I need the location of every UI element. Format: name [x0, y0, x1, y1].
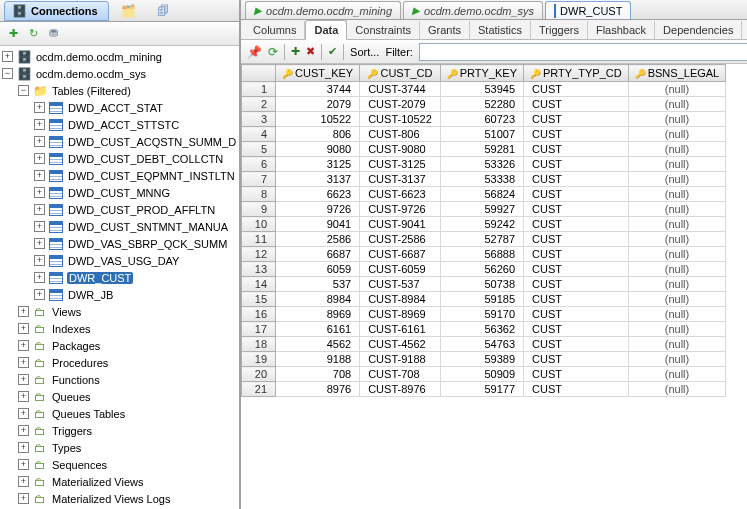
row-number-cell[interactable]: 6 [242, 157, 276, 172]
expand-toggle[interactable]: + [18, 476, 29, 487]
cell[interactable]: CUST [524, 172, 629, 187]
cell[interactable]: CUST [524, 127, 629, 142]
column-header[interactable]: 🔑PRTY_KEY [440, 65, 523, 82]
table-row[interactable]: 59080CUST-908059281CUST(null) [242, 142, 726, 157]
expand-toggle[interactable]: + [34, 153, 45, 164]
tables-folder[interactable]: −Tables (Filtered) [2, 82, 237, 99]
sub-tab[interactable]: Statistics [470, 21, 531, 39]
tab-other-2[interactable]: 🗐 [149, 1, 177, 21]
cell[interactable]: 60723 [440, 112, 523, 127]
cell[interactable]: 2586 [276, 232, 360, 247]
sub-tab[interactable]: Dependencies [655, 21, 742, 39]
schema-folder[interactable]: +🗀Queues Tables [2, 405, 237, 422]
cell[interactable]: (null) [628, 97, 726, 112]
cell[interactable]: CUST-6161 [360, 322, 441, 337]
cell[interactable]: CUST [524, 322, 629, 337]
table-node[interactable]: +DWR_CUST [2, 269, 237, 286]
table-row[interactable]: 199188CUST-918859389CUST(null) [242, 352, 726, 367]
row-number-cell[interactable]: 2 [242, 97, 276, 112]
table-row[interactable]: 218976CUST-897659177CUST(null) [242, 382, 726, 397]
row-number-cell[interactable]: 15 [242, 292, 276, 307]
pin-icon[interactable]: 📌 [247, 45, 262, 59]
table-row[interactable]: 109041CUST-904159242CUST(null) [242, 217, 726, 232]
cell[interactable]: CUST-9188 [360, 352, 441, 367]
tab-connections[interactable]: 🗄️ Connections [4, 1, 109, 21]
cell[interactable]: 59170 [440, 307, 523, 322]
table-node[interactable]: +DWD_ACCT_STTSTC [2, 116, 237, 133]
table-node[interactable]: +DWD_VAS_SBRP_QCK_SUMM [2, 235, 237, 252]
table-row[interactable]: 14537CUST-53750738CUST(null) [242, 277, 726, 292]
cell[interactable]: CUST-6623 [360, 187, 441, 202]
cell[interactable]: (null) [628, 307, 726, 322]
tab-other-1[interactable]: 🗂️ [115, 1, 143, 21]
sub-tab[interactable]: Data [305, 20, 347, 40]
expand-toggle[interactable]: + [34, 221, 45, 232]
cell[interactable]: CUST-4562 [360, 337, 441, 352]
expand-toggle[interactable]: + [34, 255, 45, 266]
table-node[interactable]: +DWR_JB [2, 286, 237, 303]
cell[interactable]: (null) [628, 157, 726, 172]
insert-row-icon[interactable]: ✚ [291, 45, 300, 58]
cell[interactable]: CUST-806 [360, 127, 441, 142]
object-tab[interactable]: ▶ocdm.demo.ocdm_mining [245, 1, 401, 19]
expand-toggle[interactable]: + [34, 187, 45, 198]
expand-toggle[interactable]: + [18, 391, 29, 402]
column-header[interactable]: 🔑PRTY_TYP_CD [524, 65, 629, 82]
cell[interactable]: (null) [628, 217, 726, 232]
row-number-cell[interactable]: 10 [242, 217, 276, 232]
cell[interactable]: 50738 [440, 277, 523, 292]
cell[interactable]: CUST [524, 82, 629, 97]
cell[interactable]: CUST-6059 [360, 262, 441, 277]
row-number-cell[interactable]: 14 [242, 277, 276, 292]
table-node[interactable]: +DWD_CUST_DEBT_COLLCTN [2, 150, 237, 167]
cell[interactable]: (null) [628, 232, 726, 247]
cell[interactable]: CUST [524, 187, 629, 202]
table-row[interactable]: 168969CUST-896959170CUST(null) [242, 307, 726, 322]
cell[interactable]: CUST-6687 [360, 247, 441, 262]
cell[interactable]: 59927 [440, 202, 523, 217]
cell[interactable]: (null) [628, 142, 726, 157]
cell[interactable]: 53326 [440, 157, 523, 172]
cell[interactable]: CUST [524, 217, 629, 232]
cell[interactable]: 53338 [440, 172, 523, 187]
table-row[interactable]: 176161CUST-616156362CUST(null) [242, 322, 726, 337]
expand-toggle[interactable]: − [2, 68, 13, 79]
table-node[interactable]: +DWD_CUST_PROD_AFFLTN [2, 201, 237, 218]
table-node[interactable]: +DWD_CUST_SNTMNT_MANUA [2, 218, 237, 235]
table-row[interactable]: 136059CUST-605956260CUST(null) [242, 262, 726, 277]
column-header[interactable]: 🔑CUST_CD [360, 65, 441, 82]
expand-toggle[interactable]: + [18, 340, 29, 351]
expand-toggle[interactable]: + [34, 136, 45, 147]
row-number-cell[interactable]: 4 [242, 127, 276, 142]
table-row[interactable]: 86623CUST-662356824CUST(null) [242, 187, 726, 202]
table-row[interactable]: 126687CUST-668756888CUST(null) [242, 247, 726, 262]
cell[interactable]: (null) [628, 112, 726, 127]
cell[interactable]: 6059 [276, 262, 360, 277]
row-number-cell[interactable]: 3 [242, 112, 276, 127]
expand-toggle[interactable]: + [18, 459, 29, 470]
cell[interactable]: 56260 [440, 262, 523, 277]
cell[interactable]: (null) [628, 172, 726, 187]
table-node[interactable]: +DWD_CUST_ACQSTN_SUMM_D [2, 133, 237, 150]
schema-folder[interactable]: +🗀Materialized Views [2, 473, 237, 490]
cell[interactable]: CUST-10522 [360, 112, 441, 127]
sub-tab[interactable]: Grants [420, 21, 470, 39]
cell[interactable]: CUST [524, 292, 629, 307]
cell[interactable]: (null) [628, 247, 726, 262]
expand-toggle[interactable]: + [18, 323, 29, 334]
cell[interactable]: CUST [524, 232, 629, 247]
cell[interactable]: CUST [524, 97, 629, 112]
schema-folder[interactable]: +🗀Indexes [2, 320, 237, 337]
sort-label[interactable]: Sort... [350, 46, 379, 58]
row-num-header[interactable] [242, 65, 276, 82]
cell[interactable]: 708 [276, 367, 360, 382]
cell[interactable]: 8969 [276, 307, 360, 322]
table-row[interactable]: 22079CUST-207952280CUST(null) [242, 97, 726, 112]
cell[interactable]: CUST [524, 142, 629, 157]
cell[interactable]: CUST-9726 [360, 202, 441, 217]
object-tab[interactable]: ▶ocdm.demo.ocdm_sys [403, 1, 543, 19]
cell[interactable]: (null) [628, 337, 726, 352]
cell[interactable]: (null) [628, 292, 726, 307]
schema-folder[interactable]: +🗀Types [2, 439, 237, 456]
cell[interactable]: CUST-2586 [360, 232, 441, 247]
